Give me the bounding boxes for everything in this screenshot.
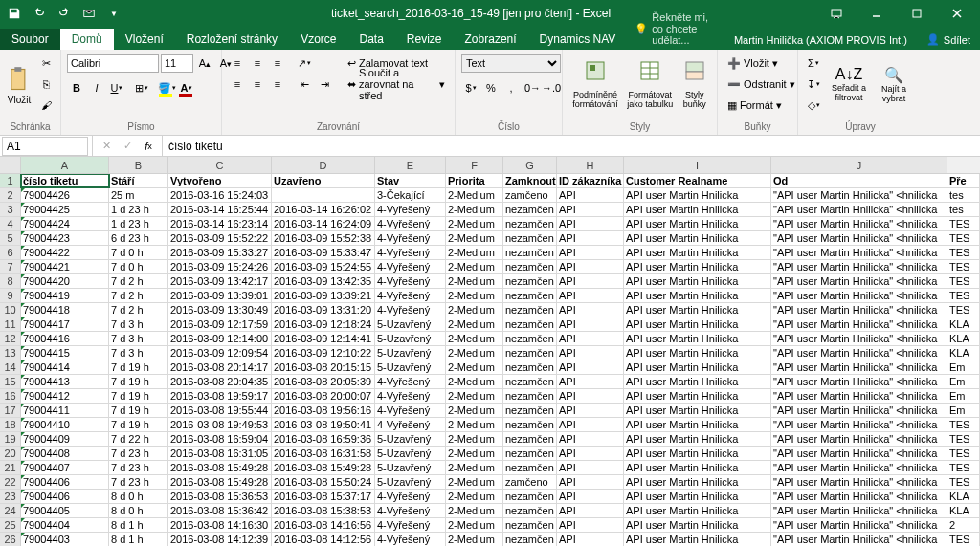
col-header[interactable]: J bbox=[771, 157, 947, 173]
cell[interactable]: Pře bbox=[947, 174, 980, 187]
cell[interactable]: API user Martin Hnilicka bbox=[624, 461, 771, 474]
cell[interactable]: KLA bbox=[947, 504, 980, 517]
cell[interactable]: "API user Martin Hnilicka" <hnilicka bbox=[771, 475, 947, 489]
cell[interactable]: 2016-03-09 15:52:38 bbox=[272, 231, 375, 245]
cell[interactable]: TES bbox=[947, 432, 980, 446]
undo-icon[interactable] bbox=[29, 3, 50, 24]
cell[interactable]: 2016-03-08 15:49:28 bbox=[168, 475, 272, 489]
cell[interactable]: 2-Medium bbox=[446, 346, 503, 360]
cell[interactable]: API user Martin Hnilicka bbox=[624, 303, 771, 317]
cell[interactable]: TES bbox=[947, 289, 980, 302]
fill-color-icon[interactable]: 🪣▾ bbox=[157, 78, 176, 98]
tab-file[interactable]: Soubor bbox=[0, 29, 60, 50]
cell[interactable]: "API user Martin Hnilicka" <hnilicka bbox=[771, 260, 947, 273]
cell[interactable]: 4-Vyřešený bbox=[375, 303, 446, 317]
cell[interactable]: Stáří bbox=[109, 174, 168, 187]
cell[interactable] bbox=[272, 188, 375, 202]
cell[interactable]: 2-Medium bbox=[446, 447, 503, 460]
increase-decimal-icon[interactable]: .0→ bbox=[522, 78, 541, 98]
cell[interactable]: 7 d 19 h bbox=[109, 389, 168, 403]
minimize-icon[interactable] bbox=[858, 2, 896, 25]
cell[interactable]: 1 d 23 h bbox=[109, 217, 168, 230]
cell[interactable]: 79004420 bbox=[21, 274, 109, 288]
cell[interactable]: API user Martin Hnilicka bbox=[624, 289, 771, 302]
decrease-indent-icon[interactable]: ⇤ bbox=[295, 75, 314, 94]
ribbon-options-icon[interactable] bbox=[817, 2, 856, 25]
cell[interactable]: TES bbox=[947, 260, 980, 273]
cell[interactable]: nezamčen bbox=[503, 346, 557, 360]
cell[interactable]: 7 d 22 h bbox=[109, 432, 168, 446]
cell[interactable]: API user Martin Hnilicka bbox=[624, 332, 771, 345]
cell[interactable]: 79004410 bbox=[21, 418, 109, 431]
cell[interactable]: "API user Martin Hnilicka" <hnilicka bbox=[771, 389, 947, 403]
cell[interactable]: 5-Uzavřený bbox=[375, 332, 446, 345]
cell[interactable]: 2-Medium bbox=[446, 188, 503, 202]
cell[interactable]: 2016-03-09 13:31:20 bbox=[272, 303, 375, 317]
cell[interactable]: 4-Vyřešený bbox=[375, 260, 446, 273]
cell[interactable]: 5-Uzavřený bbox=[375, 447, 446, 460]
cell[interactable]: nezamčen bbox=[503, 289, 557, 302]
cell[interactable]: 4-Vyřešený bbox=[375, 533, 446, 546]
cell[interactable]: 5-Uzavřený bbox=[375, 432, 446, 446]
cell-styles-button[interactable]: Styly buňky bbox=[679, 54, 711, 115]
formula-input[interactable]: číslo tiketu bbox=[163, 140, 980, 153]
find-select-button[interactable]: 🔍Najít a vybrat bbox=[875, 54, 913, 115]
cell[interactable]: nezamčen bbox=[503, 389, 557, 403]
cell[interactable]: API user Martin Hnilicka bbox=[624, 346, 771, 360]
cell[interactable]: "API user Martin Hnilicka" <hnilicka bbox=[771, 203, 947, 216]
cell[interactable]: "API user Martin Hnilicka" <hnilicka bbox=[771, 432, 947, 446]
cell[interactable]: API bbox=[557, 246, 624, 259]
cell[interactable]: 2 bbox=[947, 518, 980, 532]
cell[interactable]: 2-Medium bbox=[446, 475, 503, 489]
cell[interactable]: 2016-03-08 15:36:53 bbox=[168, 490, 272, 503]
row-header[interactable]: 25 bbox=[0, 518, 21, 532]
cell[interactable]: nezamčen bbox=[503, 303, 557, 317]
cell[interactable]: nezamčen bbox=[503, 203, 557, 216]
cell[interactable]: 8 d 1 h bbox=[109, 518, 168, 532]
cell[interactable]: 79004407 bbox=[21, 461, 109, 474]
cell[interactable]: 2016-03-09 12:18:24 bbox=[272, 317, 375, 331]
cell[interactable]: 7 d 3 h bbox=[109, 332, 168, 345]
cell[interactable]: "API user Martin Hnilicka" <hnilicka bbox=[771, 418, 947, 431]
cell[interactable]: nezamčen bbox=[503, 360, 557, 374]
cell[interactable]: 2016-03-09 12:14:00 bbox=[168, 332, 272, 345]
row-header[interactable]: 5 bbox=[0, 231, 21, 245]
sort-filter-button[interactable]: A↓ZSeřadit a filtrovat bbox=[827, 54, 871, 115]
cell[interactable]: 2016-03-14 16:23:14 bbox=[168, 217, 272, 230]
cell[interactable]: 79004426 bbox=[21, 188, 109, 202]
cell[interactable]: "API user Martin Hnilicka" <hnilicka bbox=[771, 404, 947, 417]
cell[interactable]: 4-Vyřešený bbox=[375, 203, 446, 216]
cell[interactable]: API user Martin Hnilicka bbox=[624, 518, 771, 532]
col-header[interactable]: A bbox=[21, 157, 109, 173]
cell[interactable]: 2016-03-09 13:39:01 bbox=[168, 289, 272, 302]
row-header[interactable]: 4 bbox=[0, 217, 21, 230]
cell[interactable]: 4-Vyřešený bbox=[375, 289, 446, 302]
italic-button[interactable]: I bbox=[87, 78, 106, 98]
row-header[interactable]: 1 bbox=[0, 174, 21, 187]
cell[interactable]: 2-Medium bbox=[446, 274, 503, 288]
cell[interactable]: API bbox=[557, 432, 624, 446]
borders-icon[interactable]: ⊞▾ bbox=[132, 78, 151, 98]
cell[interactable]: API user Martin Hnilicka bbox=[624, 203, 771, 216]
row-header[interactable]: 6 bbox=[0, 246, 21, 259]
align-center-icon[interactable]: ≡ bbox=[248, 75, 267, 94]
cell[interactable]: API user Martin Hnilicka bbox=[624, 231, 771, 245]
cell[interactable]: TES bbox=[947, 303, 980, 317]
format-cells-button[interactable]: ▦Formát▾ bbox=[724, 96, 799, 115]
cell[interactable]: 2-Medium bbox=[446, 375, 503, 388]
cell[interactable]: API bbox=[557, 404, 624, 417]
underline-button[interactable]: U▾ bbox=[107, 78, 126, 98]
cell[interactable]: 2016-03-09 13:30:49 bbox=[168, 303, 272, 317]
cell[interactable]: "API user Martin Hnilicka" <hnilicka bbox=[771, 231, 947, 245]
cell[interactable]: nezamčen bbox=[503, 490, 557, 503]
cell[interactable]: nezamčen bbox=[503, 518, 557, 532]
cell[interactable]: "API user Martin Hnilicka" <hnilicka bbox=[771, 246, 947, 259]
paste-button[interactable]: Vložit bbox=[6, 54, 33, 115]
cell[interactable]: 79004411 bbox=[21, 404, 109, 417]
close-icon[interactable] bbox=[938, 2, 976, 25]
cell[interactable]: Em bbox=[947, 375, 980, 388]
cell[interactable]: 79004406 bbox=[21, 475, 109, 489]
cell[interactable]: 79004403 bbox=[21, 533, 109, 546]
cell[interactable]: API user Martin Hnilicka bbox=[624, 188, 771, 202]
cell[interactable]: API bbox=[557, 533, 624, 546]
